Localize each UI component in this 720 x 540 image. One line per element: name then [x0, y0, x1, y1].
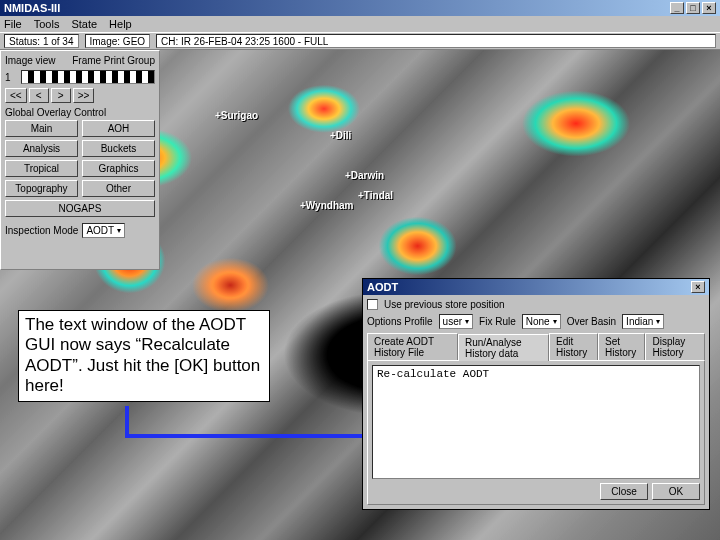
image-field: Image: GEO [85, 34, 151, 48]
annotation-callout: The text window of the AODT GUI now says… [18, 310, 270, 402]
tab-edit[interactable]: Edit History [549, 333, 598, 360]
nav-row: << < > >> [5, 88, 155, 103]
main-window: NMIDAS-III _ □ × File Tools State Help S… [0, 0, 720, 540]
main-menubar: File Tools State Help [0, 16, 720, 32]
nav-prev-button[interactable]: < [29, 88, 49, 103]
tab-run[interactable]: Run/Analyse History data [458, 334, 549, 361]
menu-help[interactable]: Help [109, 18, 132, 30]
btn-analysis[interactable]: Analysis [5, 140, 78, 157]
radio-frameprint[interactable]: Frame Print Group [72, 55, 155, 66]
city-label-darwin: +Darwin [345, 170, 384, 181]
city-label-dili: +Dili [330, 130, 351, 141]
btn-graphics[interactable]: Graphics [82, 160, 155, 177]
btn-nogaps[interactable]: NOGAPS [5, 200, 155, 217]
btn-buckets[interactable]: Buckets [82, 140, 155, 157]
frame-slider[interactable] [21, 70, 155, 84]
aodt-titlebar[interactable]: AODT × [363, 279, 709, 295]
options-dropdown[interactable]: user [439, 314, 473, 329]
minimize-icon[interactable]: _ [670, 2, 684, 14]
aodt-ok-button[interactable]: OK [652, 483, 700, 500]
annotation-text: The text window of the AODT GUI now says… [25, 315, 260, 395]
aodt-textarea[interactable]: Re-calculate AODT [372, 365, 700, 479]
aodt-close-icon[interactable]: × [691, 281, 705, 293]
use-prev-checkbox[interactable] [367, 299, 378, 310]
inspection-label: Inspection Mode [5, 225, 78, 236]
use-prev-label: Use previous store position [384, 299, 505, 310]
menu-tools[interactable]: Tools [34, 18, 60, 30]
aodt-tabs: Create AODT History File Run/Analyse His… [367, 333, 705, 360]
btn-tropical[interactable]: Tropical [5, 160, 78, 177]
btn-main[interactable]: Main [5, 120, 78, 137]
nav-first-button[interactable]: << [5, 88, 27, 103]
menu-file[interactable]: File [4, 18, 22, 30]
menu-state[interactable]: State [71, 18, 97, 30]
btn-aoh[interactable]: AOH [82, 120, 155, 137]
aodt-text-value: Re-calculate AODT [377, 368, 489, 380]
arrow-segment [125, 406, 129, 436]
tab-display[interactable]: Display History [645, 333, 705, 360]
tab-set[interactable]: Set History [598, 333, 645, 360]
status-field: Status: 1 of 34 [4, 34, 79, 48]
options-label: Options Profile [367, 316, 433, 327]
channel-field: CH: IR 26-FEB-04 23:25 1600 - FULL [156, 34, 716, 48]
info-toolbar: Status: 1 of 34 Image: GEO CH: IR 26-FEB… [0, 32, 720, 50]
main-titlebar[interactable]: NMIDAS-III _ □ × [0, 0, 720, 16]
btn-other[interactable]: Other [82, 180, 155, 197]
overbasin-dropdown[interactable]: Indian [622, 314, 664, 329]
fixrule-dropdown[interactable]: None [522, 314, 561, 329]
btn-topography[interactable]: Topography [5, 180, 78, 197]
aodt-window: AODT × Use previous store position Optio… [362, 278, 710, 510]
overbasin-label: Over Basin [567, 316, 616, 327]
city-label-tindal: +Tindal [358, 190, 393, 201]
nav-next-button[interactable]: > [51, 88, 71, 103]
radio-imageview[interactable]: Image view [5, 55, 56, 66]
aodt-tab-content: Re-calculate AODT Close OK [367, 360, 705, 505]
city-label-surigao: +Surigao [215, 110, 258, 121]
overlay-heading: Global Overlay Control [5, 107, 155, 118]
tab-create[interactable]: Create AODT History File [367, 333, 458, 360]
maximize-icon[interactable]: □ [686, 2, 700, 14]
inspection-dropdown[interactable]: AODT [82, 223, 125, 238]
city-label-wyndham: +Wyndham [300, 200, 353, 211]
main-title: NMIDAS-III [4, 2, 60, 14]
nav-last-button[interactable]: >> [73, 88, 95, 103]
aodt-title: AODT [367, 281, 398, 293]
close-icon[interactable]: × [702, 2, 716, 14]
frame-number: 1 [5, 72, 17, 83]
control-sidebar: Image view Frame Print Group 1 << < > >>… [0, 50, 160, 270]
aodt-close-button[interactable]: Close [600, 483, 648, 500]
fixrule-label: Fix Rule [479, 316, 516, 327]
